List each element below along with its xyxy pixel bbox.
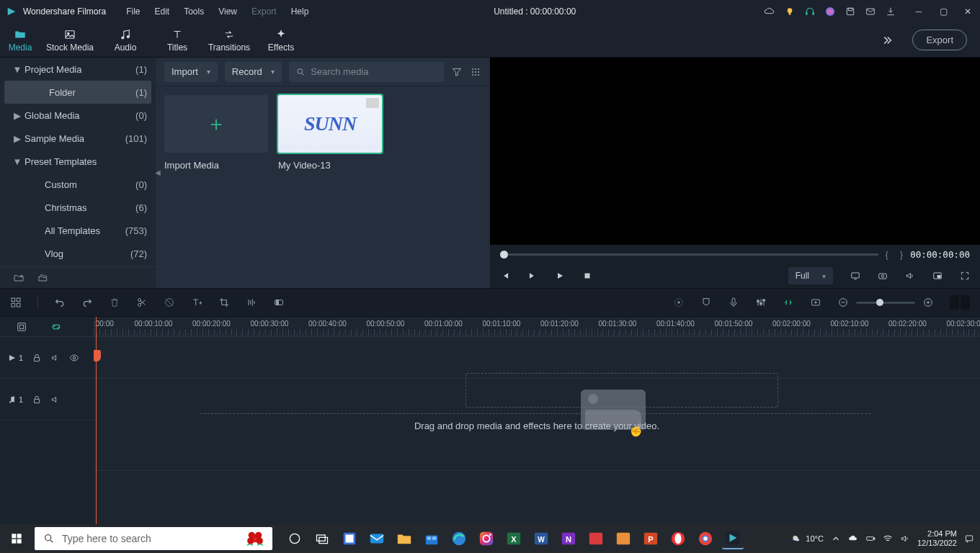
more-tabs-icon[interactable] xyxy=(881,34,894,47)
tray-battery-icon[interactable] xyxy=(865,534,876,544)
tray-chevron-icon[interactable] xyxy=(831,534,841,544)
tab-stock-media[interactable]: Stock Media xyxy=(40,23,99,58)
menu-tools[interactable]: Tools xyxy=(177,0,211,23)
taskbar-search[interactable] xyxy=(35,527,272,550)
timeline-ruler[interactable]: :00:0000:00:10:0000:00:20:0000:00:30:000… xyxy=(94,317,980,337)
crop-icon[interactable] xyxy=(218,297,230,308)
export-button[interactable]: Export xyxy=(912,30,967,50)
sidebar-item[interactable]: ▼Project Media(1) xyxy=(0,58,156,81)
keyframe-icon[interactable] xyxy=(810,297,821,308)
zoom-out-icon[interactable] xyxy=(837,297,849,308)
tab-audio[interactable]: Audio xyxy=(99,23,151,58)
tray-clock[interactable]: 2:04 PM 12/13/2022 xyxy=(917,529,957,548)
sidebar-item[interactable]: Christmas(6) xyxy=(0,196,156,219)
taskbar-opera-icon[interactable] xyxy=(667,528,689,549)
next-frame-button[interactable] xyxy=(527,271,538,281)
tray-wifi-icon[interactable] xyxy=(883,534,893,544)
playhead[interactable] xyxy=(96,317,97,524)
mark-in-out-icon[interactable] xyxy=(783,297,794,308)
menu-file[interactable]: File xyxy=(119,0,147,23)
taskbar-excel-icon[interactable]: X xyxy=(503,528,525,549)
delete-button[interactable] xyxy=(109,297,120,308)
lock-icon[interactable] xyxy=(32,353,42,363)
prev-frame-button[interactable] xyxy=(500,271,510,281)
zoom-in-icon[interactable] xyxy=(922,297,934,308)
progress-knob[interactable] xyxy=(500,251,508,258)
taskbar-word-icon[interactable]: W xyxy=(530,528,552,549)
sidebar-item[interactable]: ▶Sample Media(101) xyxy=(0,127,156,150)
download-icon[interactable] xyxy=(885,6,896,17)
tray-notifications-icon[interactable] xyxy=(964,534,974,544)
sidebar-item[interactable]: Folder(1) xyxy=(4,81,151,104)
media-clip-tile[interactable]: SUNN My Video-13 xyxy=(278,95,382,171)
play-button[interactable] xyxy=(555,271,565,281)
speed-icon[interactable] xyxy=(246,297,257,308)
taskbar-app-icon[interactable] xyxy=(339,528,360,549)
preview-progress-track[interactable] xyxy=(500,253,878,256)
taskbar-mail-icon[interactable] xyxy=(366,528,388,549)
taskbar-powerpoint-icon[interactable]: P xyxy=(640,528,662,549)
tab-transitions[interactable]: Transitions xyxy=(203,23,255,58)
audio-track-lane[interactable] xyxy=(94,429,980,471)
snapshot-icon[interactable] xyxy=(878,271,888,281)
lightbulb-icon[interactable] xyxy=(784,6,796,17)
task-view-icon[interactable] xyxy=(284,528,306,549)
link-icon[interactable] xyxy=(48,318,65,335)
split-button[interactable] xyxy=(136,297,148,308)
mail-icon[interactable] xyxy=(865,6,876,17)
tab-titles[interactable]: Titles xyxy=(151,23,203,58)
media-search-input[interactable] xyxy=(311,66,437,77)
menu-view[interactable]: View xyxy=(211,0,244,23)
taskbar-edge-icon[interactable] xyxy=(448,528,470,549)
record-dropdown[interactable]: Record▾ xyxy=(225,62,282,82)
sidebar-item[interactable]: ▼Preset Templates xyxy=(0,150,156,173)
start-button[interactable] xyxy=(0,524,33,553)
import-dropdown[interactable]: Import▾ xyxy=(164,62,218,82)
tray-weather[interactable]: 10°C xyxy=(791,534,824,544)
video-track-lane[interactable]: ✊ Drag and drop media and effects here t… xyxy=(94,337,980,379)
menu-edit[interactable]: Edit xyxy=(148,0,177,23)
folders-icon[interactable] xyxy=(37,272,49,284)
taskbar-virtual-desktops-icon[interactable] xyxy=(311,528,333,549)
mask-icon[interactable] xyxy=(164,297,175,308)
import-media-tile[interactable]: ＋ Import Media xyxy=(164,95,268,171)
sidebar-item[interactable]: ▶Global Media(0) xyxy=(0,104,156,127)
lock-icon[interactable] xyxy=(32,395,42,405)
timeline-zoom-slider[interactable] xyxy=(837,297,934,308)
new-folder-icon[interactable] xyxy=(13,272,24,284)
fullscreen-icon[interactable] xyxy=(960,271,970,281)
mute-icon[interactable] xyxy=(50,395,61,405)
profile-icon[interactable] xyxy=(824,6,836,17)
close-button[interactable]: ✕ xyxy=(956,0,980,23)
visibility-icon[interactable] xyxy=(69,353,79,363)
media-search[interactable] xyxy=(289,62,444,82)
sidebar-item[interactable]: Custom(0) xyxy=(0,173,156,196)
tray-onedrive-icon[interactable] xyxy=(848,534,858,544)
filter-icon[interactable] xyxy=(451,66,463,78)
auto-reframe-icon[interactable] xyxy=(673,297,685,308)
monitor-icon[interactable] xyxy=(850,271,860,281)
maximize-button[interactable]: ▢ xyxy=(931,0,956,23)
pip-icon[interactable] xyxy=(932,271,943,281)
taskbar-filmora-icon[interactable] xyxy=(722,528,744,549)
headset-icon[interactable] xyxy=(804,6,816,17)
volume-icon[interactable] xyxy=(905,271,915,281)
taskbar-store-icon[interactable] xyxy=(421,528,442,549)
redo-button[interactable] xyxy=(81,297,93,308)
taskbar-chrome-icon[interactable] xyxy=(695,528,716,549)
mute-icon[interactable] xyxy=(50,353,61,363)
sidebar-item[interactable]: Vlog(72) xyxy=(0,242,156,265)
taskbar-app-icon[interactable] xyxy=(585,528,607,549)
taskbar-instagram-icon[interactable] xyxy=(476,528,497,549)
stop-button[interactable] xyxy=(582,271,592,281)
preview-canvas[interactable] xyxy=(490,58,980,245)
add-text-icon[interactable] xyxy=(191,297,202,308)
cloud-icon[interactable] xyxy=(764,6,775,17)
mixer-icon[interactable] xyxy=(755,297,767,308)
taskbar-app-icon[interactable] xyxy=(612,528,634,549)
preview-zoom-dropdown[interactable]: Full▾ xyxy=(788,267,833,284)
layout-icon[interactable] xyxy=(10,297,22,308)
tracks-settings-icon[interactable] xyxy=(16,321,27,333)
mic-icon[interactable] xyxy=(728,297,739,308)
undo-button[interactable] xyxy=(54,297,66,308)
